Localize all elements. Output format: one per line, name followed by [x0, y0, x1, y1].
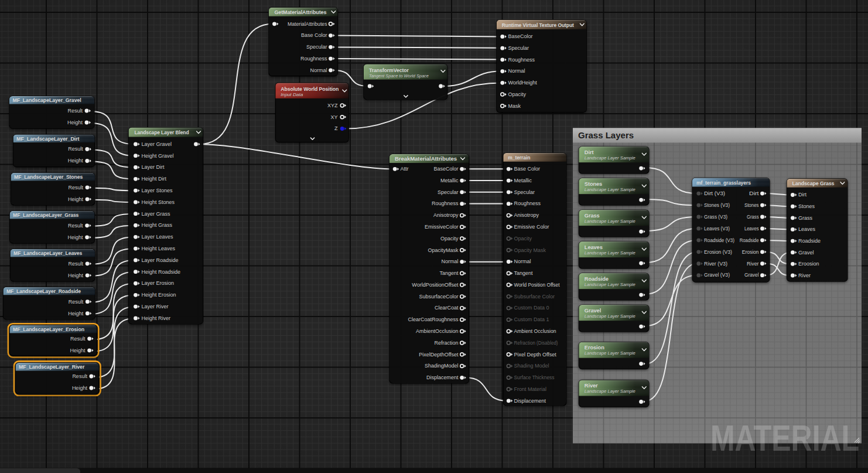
svg-text:Result: Result	[68, 146, 83, 152]
svg-text:Opacity: Opacity	[514, 236, 532, 241]
svg-text:Specular: Specular	[438, 189, 459, 195]
svg-text:River (V3): River (V3)	[704, 261, 727, 267]
svg-text:BaseColor: BaseColor	[508, 33, 533, 39]
svg-text:Height: Height	[68, 311, 84, 317]
svg-text:Opacity Mask: Opacity Mask	[514, 247, 546, 253]
svg-text:Landscape Layer Sample: Landscape Layer Sample	[585, 219, 635, 224]
svg-text:WorldPositionOffset: WorldPositionOffset	[412, 282, 459, 288]
svg-text:MF_LandscapeLayer_Erosion: MF_LandscapeLayer_Erosion	[13, 326, 84, 332]
svg-text:Z: Z	[334, 125, 338, 131]
svg-text:Result: Result	[69, 261, 84, 267]
svg-text:MF_LandscapeLayer_Gravel: MF_LandscapeLayer_Gravel	[13, 97, 81, 103]
svg-text:Absolute World Position: Absolute World Position	[281, 86, 339, 92]
svg-text:Layer Dirt: Layer Dirt	[142, 164, 165, 170]
svg-text:Base Color: Base Color	[301, 32, 327, 38]
svg-text:Roadside: Roadside	[798, 238, 821, 244]
svg-text:Roadside: Roadside	[585, 276, 609, 282]
svg-text:MF_LandscapeLayer_Grass: MF_LandscapeLayer_Grass	[13, 212, 78, 218]
svg-text:Tangent: Tangent	[439, 270, 459, 276]
svg-text:ClearCoat: ClearCoat	[435, 305, 459, 311]
svg-text:MF_LandscapeLayer_Roadside: MF_LandscapeLayer_Roadside	[6, 288, 81, 294]
svg-text:Roadside: Roadside	[740, 237, 759, 243]
svg-text:Result: Result	[69, 299, 84, 305]
svg-text:Landscape Layer Sample: Landscape Layer Sample	[585, 389, 635, 394]
svg-text:Dirt: Dirt	[749, 190, 759, 196]
svg-text:Custom Data 1: Custom Data 1	[514, 317, 549, 322]
svg-text:Grass: Grass	[798, 215, 813, 221]
svg-text:Height: Height	[72, 385, 88, 391]
svg-text:Landscape Layer Blend: Landscape Layer Blend	[135, 130, 189, 135]
svg-text:Result: Result	[68, 223, 83, 229]
svg-text:Gravel (V3): Gravel (V3)	[704, 272, 730, 278]
svg-text:ClearCoatRoughness: ClearCoatRoughness	[408, 317, 459, 322]
svg-text:Roadside (V3): Roadside (V3)	[704, 237, 734, 243]
svg-text:Grass Layers: Grass Layers	[578, 130, 634, 140]
svg-text:Leaves: Leaves	[585, 244, 603, 250]
svg-text:Height Roadside: Height Roadside	[142, 269, 181, 275]
svg-text:Shading Model: Shading Model	[514, 363, 549, 369]
svg-text:Grass: Grass	[747, 214, 759, 220]
svg-text:BreakMaterialAttributes: BreakMaterialAttributes	[395, 156, 457, 162]
svg-text:Dirt (V3): Dirt (V3)	[704, 190, 725, 196]
svg-text:Tangent: Tangent	[514, 270, 534, 276]
svg-text:Displacement: Displacement	[514, 398, 546, 404]
svg-text:Height: Height	[68, 196, 84, 202]
svg-text:OpacityMask: OpacityMask	[428, 247, 459, 253]
svg-text:XY: XY	[330, 114, 337, 120]
svg-text:Layer Leaves: Layer Leaves	[142, 234, 174, 240]
svg-text:Displacement: Displacement	[426, 375, 459, 380]
svg-text:Landscape Layer Sample: Landscape Layer Sample	[585, 155, 635, 161]
svg-text:TransformVector: TransformVector	[369, 67, 409, 73]
svg-text:Stones (V3): Stones (V3)	[704, 202, 730, 208]
svg-text:Anisotropy: Anisotropy	[514, 212, 539, 218]
svg-text:Height: Height	[70, 348, 86, 353]
svg-text:Input Data: Input Data	[281, 92, 303, 97]
svg-text:Front Material: Front Material	[514, 386, 547, 392]
svg-text:Erosion: Erosion	[585, 345, 604, 351]
svg-text:Layer River: Layer River	[142, 304, 169, 309]
svg-text:Opacity: Opacity	[508, 91, 527, 97]
svg-text:Height Gravel: Height Gravel	[142, 153, 174, 159]
svg-text:Base Color: Base Color	[514, 166, 541, 172]
svg-text:Eroosion: Eroosion	[798, 261, 819, 267]
svg-text:Attr: Attr	[401, 166, 409, 172]
svg-text:Height: Height	[68, 158, 84, 164]
svg-text:WorldHeight: WorldHeight	[508, 80, 538, 86]
svg-text:River: River	[747, 261, 759, 267]
svg-text:Grass: Grass	[585, 213, 600, 219]
svg-text:Grass (V3): Grass (V3)	[704, 214, 727, 220]
svg-text:Result: Result	[67, 108, 83, 114]
svg-text:Gravel: Gravel	[798, 250, 814, 256]
svg-text:World Position Offset: World Position Offset	[514, 282, 560, 288]
svg-text:Height: Height	[67, 120, 83, 125]
svg-text:Specular: Specular	[508, 45, 529, 51]
svg-text:River: River	[585, 383, 598, 389]
svg-text:Subsurface Color: Subsurface Color	[514, 294, 555, 300]
svg-text:Normal: Normal	[441, 258, 458, 264]
svg-text:Height: Height	[68, 234, 84, 240]
svg-text:PixelDepthOffset: PixelDepthOffset	[419, 352, 459, 358]
svg-text:Normal: Normal	[310, 67, 327, 73]
svg-text:AmbientOcclusion: AmbientOcclusion	[416, 328, 459, 334]
svg-text:Roughness: Roughness	[508, 57, 535, 63]
svg-text:Layer Grass: Layer Grass	[142, 211, 171, 217]
svg-text:Height Grass: Height Grass	[142, 222, 173, 228]
svg-text:Tangent Space to World Space: Tangent Space to World Space	[369, 73, 429, 79]
svg-text:ShadingModel: ShadingModel	[425, 363, 459, 369]
svg-text:MF_LandscapeLayer_Stones: MF_LandscapeLayer_Stones	[14, 174, 83, 180]
svg-text:Roughness: Roughness	[300, 56, 327, 62]
svg-text:GetMaterialAttributes: GetMaterialAttributes	[274, 9, 326, 15]
svg-text:Dirt: Dirt	[585, 149, 594, 155]
svg-text:Surface Thickness: Surface Thickness	[514, 375, 555, 380]
svg-text:XYZ: XYZ	[327, 103, 338, 108]
svg-text:Stones: Stones	[798, 203, 815, 209]
svg-text:Landscape Layer Sample: Landscape Layer Sample	[585, 314, 635, 319]
svg-text:Height Dirt: Height Dirt	[142, 176, 167, 182]
svg-text:Refraction: Refraction	[434, 340, 458, 346]
svg-text:Gravel: Gravel	[744, 272, 759, 278]
svg-text:Roughness: Roughness	[432, 200, 459, 206]
svg-text:MaterialAttributes: MaterialAttributes	[288, 21, 327, 27]
svg-text:Anisotropy: Anisotropy	[433, 212, 459, 218]
svg-text:Layer Roadside: Layer Roadside	[142, 257, 179, 263]
svg-text:Emissive Color: Emissive Color	[514, 224, 549, 230]
